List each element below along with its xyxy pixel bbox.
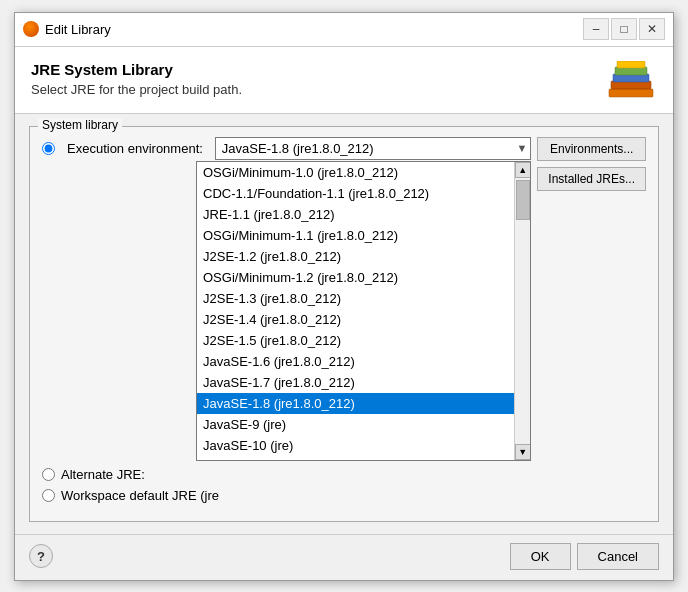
header-title: JRE System Library <box>31 61 242 78</box>
dropdown-item-osgi-min-10[interactable]: OSGi/Minimum-1.0 (jre1.8.0_212) <box>197 162 514 183</box>
maximize-button[interactable]: □ <box>611 18 637 40</box>
execution-environment-row: Execution environment: JavaSE-1.8 (jre1.… <box>42 137 531 160</box>
dropdown-item-javase-17[interactable]: JavaSE-1.7 (jre1.8.0_212) <box>197 372 514 393</box>
installed-jres-button[interactable]: Installed JREs... <box>537 167 646 191</box>
dialog-footer: ? OK Cancel <box>15 534 673 580</box>
dropdown-item-osgi-min-11[interactable]: OSGi/Minimum-1.1 (jre1.8.0_212) <box>197 225 514 246</box>
header-subtitle: Select JRE for the project build path. <box>31 82 242 97</box>
dropdown-item-javase-16[interactable]: JavaSE-1.6 (jre1.8.0_212) <box>197 351 514 372</box>
scroll-thumb[interactable] <box>516 180 530 220</box>
dropdown-item-j2se-14[interactable]: J2SE-1.4 (jre1.8.0_212) <box>197 309 514 330</box>
right-buttons: Environments... Installed JREs... <box>537 137 646 191</box>
dropdown-item-javase-18[interactable]: JavaSE-1.8 (jre1.8.0_212) <box>197 393 514 414</box>
scroll-up-button[interactable]: ▲ <box>515 162 531 178</box>
environments-button[interactable]: Environments... <box>537 137 646 161</box>
app-icon <box>23 21 39 37</box>
scroll-down-button[interactable]: ▼ <box>515 444 531 460</box>
svg-rect-4 <box>617 61 645 68</box>
workspace-jre-row: Workspace default JRE (jre <box>42 488 531 503</box>
exec-env-select-wrapper: JavaSE-1.8 (jre1.8.0_212) ▼ <box>215 137 531 160</box>
exec-env-select[interactable]: JavaSE-1.8 (jre1.8.0_212) <box>215 137 531 160</box>
dropdown-item-jre-11[interactable]: JRE-1.1 (jre1.8.0_212) <box>197 204 514 225</box>
edit-library-dialog: Edit Library – □ ✕ JRE System Library Se… <box>14 12 674 581</box>
alternate-jre-row: Alternate JRE: <box>42 467 531 482</box>
dropdown-item-j2se-12[interactable]: J2SE-1.2 (jre1.8.0_212) <box>197 246 514 267</box>
system-library-group: System library Execution environment: Ja… <box>29 126 659 522</box>
dropdown-items: OSGi/Minimum-1.0 (jre1.8.0_212)CDC-1.1/F… <box>197 162 514 460</box>
header-icon <box>605 61 657 103</box>
close-button[interactable]: ✕ <box>639 18 665 40</box>
alternate-jre-label: Alternate JRE: <box>61 467 145 482</box>
svg-rect-0 <box>609 89 653 97</box>
dropdown-item-j2se-15[interactable]: J2SE-1.5 (jre1.8.0_212) <box>197 330 514 351</box>
title-bar-text: Edit Library <box>45 22 583 37</box>
dropdown-item-javase-9[interactable]: JavaSE-9 (jre) <box>197 414 514 435</box>
help-button[interactable]: ? <box>29 544 53 568</box>
execution-environment-radio[interactable] <box>42 142 55 155</box>
footer-buttons: OK Cancel <box>510 543 659 570</box>
dropdown-item-javase-10[interactable]: JavaSE-10 (jre) <box>197 435 514 456</box>
dialog-header: JRE System Library Select JRE for the pr… <box>15 47 673 114</box>
alternate-jre-radio[interactable] <box>42 468 55 481</box>
dropdown-list: OSGi/Minimum-1.0 (jre1.8.0_212)CDC-1.1/F… <box>196 161 531 461</box>
execution-environment-label: Execution environment: <box>67 141 203 156</box>
header-text: JRE System Library Select JRE for the pr… <box>31 61 242 97</box>
cancel-button[interactable]: Cancel <box>577 543 659 570</box>
minimize-button[interactable]: – <box>583 18 609 40</box>
dropdown-item-j2se-13[interactable]: J2SE-1.3 (jre1.8.0_212) <box>197 288 514 309</box>
group-legend: System library <box>38 118 122 132</box>
controls-area: Execution environment: JavaSE-1.8 (jre1.… <box>42 137 646 509</box>
title-bar: Edit Library – □ ✕ <box>15 13 673 47</box>
controls-column: Execution environment: JavaSE-1.8 (jre1.… <box>42 137 531 509</box>
dropdown-item-javase-11[interactable]: JavaSE-11 (jre) <box>197 456 514 460</box>
workspace-jre-label: Workspace default JRE (jre <box>61 488 219 503</box>
title-bar-buttons: – □ ✕ <box>583 18 665 40</box>
dialog-body: System library Execution environment: Ja… <box>15 114 673 534</box>
scrollbar: ▲ ▼ <box>514 162 530 460</box>
dropdown-item-osgi-min-12[interactable]: OSGi/Minimum-1.2 (jre1.8.0_212) <box>197 267 514 288</box>
ok-button[interactable]: OK <box>510 543 571 570</box>
dropdown-item-cdc-11[interactable]: CDC-1.1/Foundation-1.1 (jre1.8.0_212) <box>197 183 514 204</box>
workspace-jre-radio[interactable] <box>42 489 55 502</box>
